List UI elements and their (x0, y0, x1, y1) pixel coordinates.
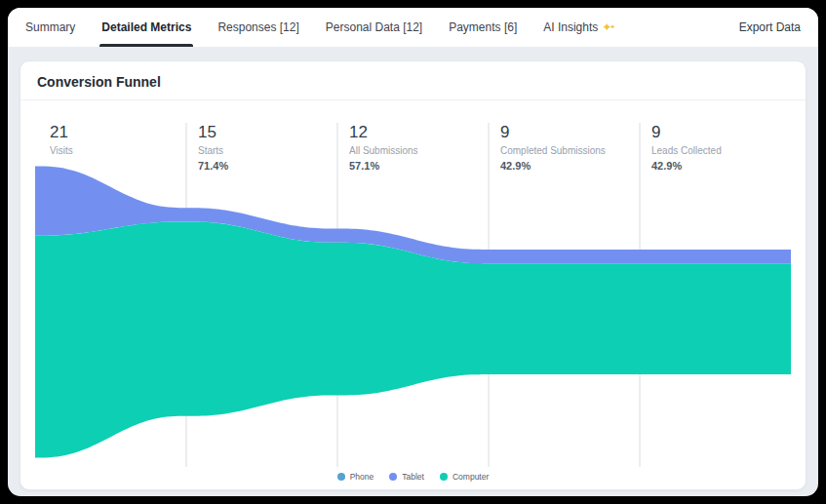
stage-value: 9 (651, 124, 722, 142)
legend-item-computer[interactable]: Computer (440, 472, 489, 482)
legend-label: Phone (350, 472, 374, 482)
tab-bar: Summary Detailed Metrics Responses [12] … (8, 8, 818, 47)
stage-label-leads-collected: 9 Leads Collected 42.9% (651, 124, 722, 172)
tab-ai-insights[interactable]: AI Insights ✦✦ (543, 8, 615, 47)
stage-label-completed-submissions: 9 Completed Submissions 42.9% (500, 124, 606, 172)
stage-value: 12 (349, 124, 418, 142)
stage-percent: 42.9% (500, 160, 606, 172)
stage-percent: 42.9% (651, 160, 722, 172)
stage-value: 15 (198, 124, 228, 142)
sparkle-small-icon: ✦ (610, 23, 615, 31)
legend-item-phone[interactable]: Phone (337, 472, 374, 482)
tab-detailed-metrics[interactable]: Detailed Metrics (101, 8, 191, 47)
legend-dot-icon (389, 473, 397, 481)
stage-name: Starts (198, 145, 228, 156)
legend-label: Computer (452, 472, 489, 482)
legend-label: Tablet (402, 472, 424, 482)
export-data-button[interactable]: Export Data (739, 20, 801, 34)
stage-name: Completed Submissions (500, 145, 606, 156)
stage-label-all-submissions: 12 All Submissions 57.1% (349, 124, 418, 172)
stage-name: Visits (50, 145, 73, 156)
stage-value: 9 (500, 124, 606, 142)
legend-dot-icon (440, 473, 448, 481)
stage-percent: 57.1% (349, 160, 418, 172)
legend-dot-icon (337, 473, 345, 481)
stage-label-starts: 15 Starts 71.4% (198, 124, 228, 172)
card-divider (20, 99, 806, 100)
tab-ai-insights-label: AI Insights (543, 20, 598, 34)
tab-personal-data[interactable]: Personal Data [12] (326, 8, 422, 47)
tab-responses[interactable]: Responses [12] (217, 8, 298, 47)
conversion-funnel-card: Conversion Funnel 21 Visits 15 Starts 71… (20, 60, 806, 490)
stage-label-visits: 21 Visits (50, 124, 73, 156)
stage-name: All Submissions (349, 145, 418, 156)
tab-summary[interactable]: Summary (25, 8, 75, 47)
card-title: Conversion Funnel (37, 74, 161, 90)
chart-legend: PhoneTabletComputer (20, 472, 806, 482)
tab-payments[interactable]: Payments [6] (449, 8, 517, 47)
app-window: Summary Detailed Metrics Responses [12] … (8, 8, 818, 496)
stage-value: 21 (50, 124, 73, 142)
stage-percent: 71.4% (198, 160, 228, 172)
stage-name: Leads Collected (651, 145, 722, 156)
legend-item-tablet[interactable]: Tablet (389, 472, 424, 482)
